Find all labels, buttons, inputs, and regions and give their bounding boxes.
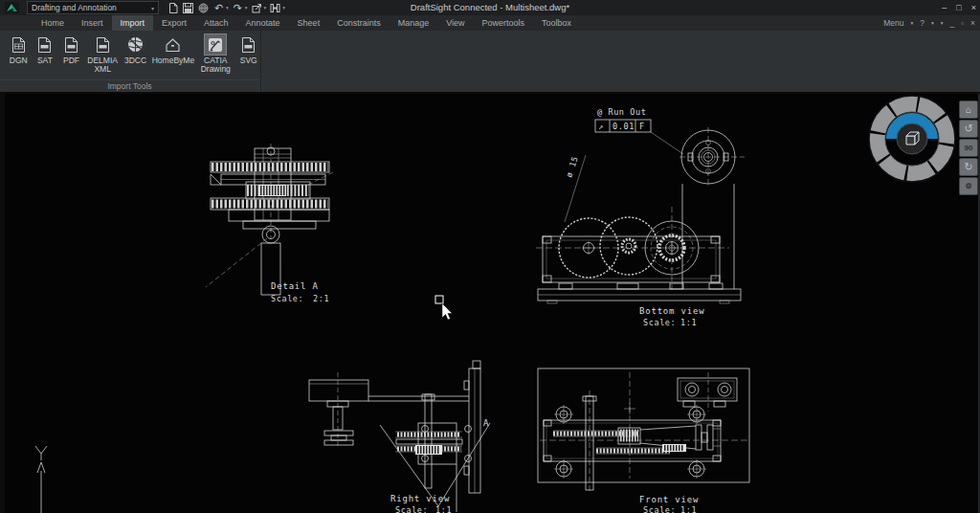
pdf-file-icon: [60, 33, 83, 56]
import-catia-drawing-button[interactable]: CATIA Drawing: [197, 33, 234, 74]
detail-a-title: Detail A: [271, 281, 319, 291]
menubar-right-cluster: Menu ▾ ? ▾ ▾ _ ▫ ×: [883, 15, 975, 31]
batch-print-button[interactable]: [269, 2, 281, 14]
dgn-file-icon: [7, 33, 30, 56]
detail-a-scale-label: Scale:: [271, 294, 303, 303]
draftsight-logo-icon: [5, 2, 19, 13]
tab-import[interactable]: Import: [112, 15, 154, 31]
runout-symbol: ↗: [598, 122, 604, 131]
rotate-ccw-icon: ↺: [964, 123, 972, 135]
help-button[interactable]: ?: [920, 18, 924, 28]
print-button[interactable]: [251, 2, 263, 14]
bottom-view-scale-label: Scale:: [643, 318, 676, 327]
rotate-ccw-button[interactable]: ↺: [959, 120, 978, 138]
tab-export[interactable]: Export: [153, 15, 195, 31]
button-label: CATIA Drawing: [197, 56, 234, 74]
globe-icon: [124, 33, 147, 56]
front-view-title: Front view: [639, 495, 699, 504]
import-homebyme-button[interactable]: HomeByMe: [152, 33, 194, 65]
home-view-button[interactable]: ⌂: [959, 100, 978, 119]
button-label: SVG: [240, 56, 257, 65]
runout-datum: F: [639, 122, 645, 131]
right-view: A Right view Scale: 1:1: [309, 361, 490, 513]
button-label: DELMIA XML: [86, 56, 120, 74]
doc-restore-button[interactable]: ▫: [961, 19, 964, 28]
workspace-selector[interactable]: Drafting and Annotation ▾: [27, 1, 159, 14]
draftsight-window: Drafting and Annotation ▾ ↶ ▾ ↷ ▾ ▾: [0, 0, 980, 513]
bottom-view-scale-value: 1:1: [680, 318, 697, 327]
ucs-y-glyph: [35, 446, 47, 460]
right-view-scale-value: 1:1: [435, 505, 452, 513]
close-button[interactable]: ×: [971, 3, 976, 12]
import-delmia-xml-button[interactable]: DELMIA XML: [86, 33, 120, 74]
home-icon: [162, 33, 185, 56]
import-3dcc-button[interactable]: 3DCC: [122, 33, 148, 65]
tab-insert[interactable]: Insert: [73, 15, 112, 31]
navigator-buttons: ⌂ ↺ 90 ↻ ⚙: [959, 100, 978, 195]
detail-a-scale-value: 2:1: [313, 294, 329, 303]
drawing-canvas[interactable]: Detail A Scale: 2:1 @ Run Out ↗ 0.01 F: [0, 94, 980, 513]
print-dropdown-icon[interactable]: ▾: [264, 5, 267, 11]
navigation-wheel[interactable]: [869, 96, 955, 182]
tab-sheet[interactable]: Sheet: [289, 15, 329, 31]
ribbon-tab-bar: Home Insert Import Export Attach Annotat…: [0, 15, 980, 31]
minimize-button[interactable]: –: [942, 3, 947, 12]
gear-icon: ⚙: [965, 182, 971, 190]
window-title: DraftSight Connected - Multisheet.dwg*: [411, 2, 569, 12]
button-label: PDF: [63, 56, 79, 65]
bottom-view: @ Run Out ↗ 0.01 F: [536, 107, 745, 327]
home-icon: ⌂: [966, 104, 971, 115]
tab-manage[interactable]: Manage: [390, 15, 438, 31]
button-label: DGN: [10, 56, 28, 65]
tab-home[interactable]: Home: [33, 15, 73, 31]
tab-annotate[interactable]: Annotate: [237, 15, 289, 31]
detail-a-view: Detail A Scale: 2:1: [206, 144, 335, 303]
navigator-settings-button[interactable]: ⚙: [959, 177, 978, 195]
bottom-view-title: Bottom view: [639, 306, 704, 316]
catia-drawing-icon: [204, 33, 227, 56]
view-cube-icon: [906, 132, 919, 145]
detail-marker: A: [483, 418, 489, 428]
rotate-90-button[interactable]: 90: [959, 139, 978, 157]
xml-file-icon: [91, 33, 114, 56]
overflow-dropdown-icon[interactable]: ▾: [941, 20, 944, 26]
workspace-label: Drafting and Annotation: [32, 3, 117, 12]
diameter-dimension: ø 15: [564, 155, 580, 179]
mouse-cursor: [435, 296, 453, 320]
import-pdf-button[interactable]: PDF: [59, 33, 83, 65]
rotate-cw-button[interactable]: ↻: [959, 158, 978, 176]
redo-dropdown-icon[interactable]: ▾: [245, 5, 248, 11]
chevron-down-icon: ▾: [151, 5, 154, 11]
tab-constraints[interactable]: Constraints: [328, 15, 390, 31]
menu-button[interactable]: Menu: [883, 18, 903, 28]
ucs-icon: [35, 446, 47, 513]
undo-button[interactable]: ↶: [212, 2, 225, 14]
runout-value: 0.01: [612, 122, 635, 131]
maximize-button[interactable]: □: [956, 3, 961, 12]
import-sat-button[interactable]: SAT: [33, 33, 57, 65]
right-view-scale-label: Scale:: [395, 505, 428, 513]
qat-customize-dropdown-icon[interactable]: ▾: [282, 5, 285, 11]
undo-dropdown-icon[interactable]: ▾: [226, 5, 229, 11]
tab-view[interactable]: View: [437, 15, 473, 31]
doc-close-button[interactable]: ×: [970, 18, 975, 28]
help-dropdown-icon[interactable]: ▾: [931, 20, 934, 26]
import-dgn-button[interactable]: DGN: [7, 33, 31, 65]
tab-toolbox[interactable]: Toolbox: [533, 15, 580, 31]
import-svg-button[interactable]: SVG: [236, 33, 260, 65]
button-label: HomeByMe: [152, 56, 194, 65]
new-file-button[interactable]: [167, 2, 179, 14]
menu-dropdown-icon[interactable]: ▾: [910, 20, 913, 26]
right-view-title: Right view: [390, 494, 450, 503]
titlebar: Drafting and Annotation ▾ ↶ ▾ ↷ ▾ ▾: [0, 0, 980, 15]
runout-label: @ Run Out: [597, 107, 646, 117]
redo-button[interactable]: ↷: [232, 2, 244, 14]
front-view: Front view Scale: 1:1: [538, 368, 749, 513]
button-label: SAT: [37, 56, 53, 65]
import-tools-group: DGN SAT PDF: [0, 31, 261, 92]
save-button[interactable]: [182, 2, 194, 14]
doc-minimize-button[interactable]: _: [949, 18, 954, 28]
tab-powertools[interactable]: Powertools: [474, 15, 534, 31]
tab-attach[interactable]: Attach: [195, 15, 237, 31]
publish-button[interactable]: [197, 2, 210, 14]
